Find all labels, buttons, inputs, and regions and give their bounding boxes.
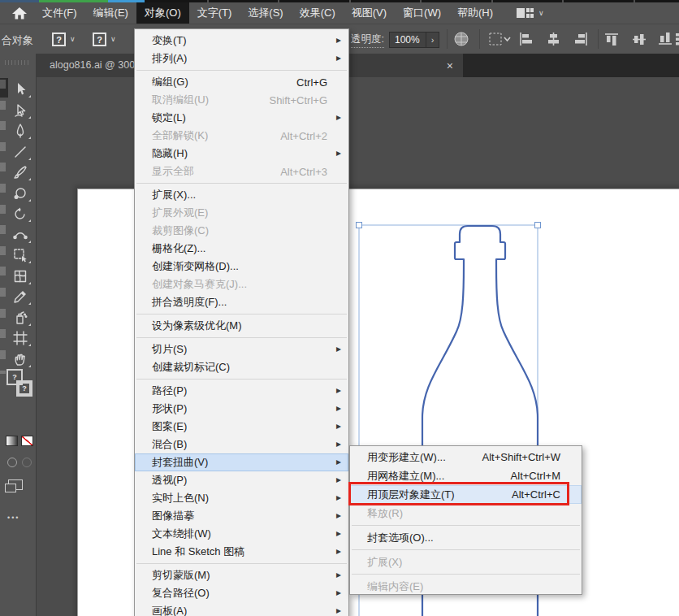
menu-item-unlock-all: 全部解锁(K)Alt+Ctrl+2: [135, 127, 348, 145]
menubar-item-file[interactable]: 文件(F): [34, 2, 85, 24]
menu-item-envelope-distort[interactable]: 封套扭曲(V)▶: [135, 453, 348, 471]
submenu-item-make-with-mesh[interactable]: 用网格建立(M)...Alt+Ctrl+M: [350, 466, 582, 485]
menu-item-lock[interactable]: 锁定(L)▶: [135, 109, 348, 127]
submenu-arrow-icon: ▶: [336, 114, 341, 121]
submenu-item-make-with-top-object[interactable]: 用顶层对象建立(T)Alt+Ctrl+C: [350, 485, 582, 504]
stroke-swatch-unknown[interactable]: ?: [93, 33, 106, 46]
align-bottom-icon[interactable]: [658, 32, 673, 46]
chevron-down-icon[interactable]: ∨: [70, 36, 76, 43]
opacity-value[interactable]: 100%: [390, 34, 426, 46]
submenu-arrow-icon: ▶: [336, 512, 341, 519]
clipped-tool-column: [0, 80, 6, 374]
menu-item-transform[interactable]: 变换(T)▶: [135, 32, 348, 50]
menu-item-shape[interactable]: 形状(P)▶: [135, 400, 348, 418]
artboard-tool[interactable]: [6, 328, 34, 348]
menubar-item-select[interactable]: 选择(S): [240, 2, 291, 24]
menu-item-artboards[interactable]: 画板(A)▶: [135, 602, 348, 616]
submenu-item-edit-contents: 编辑内容(E): [350, 577, 582, 596]
menubar-item-window[interactable]: 窗口(W): [395, 2, 449, 24]
pen-tool[interactable]: [6, 121, 34, 141]
none-swatch[interactable]: [21, 436, 33, 446]
chevron-down-icon[interactable]: ∨: [110, 36, 116, 43]
menu-item-clipping-mask[interactable]: 剪切蒙版(M)▶: [135, 566, 348, 584]
menu-separator: [352, 549, 580, 550]
selection-tool-icon: [12, 81, 28, 98]
menu-separator: [136, 337, 347, 338]
menu-item-pattern[interactable]: 图案(E)▶: [135, 418, 348, 436]
gradient-swatch[interactable]: [6, 436, 18, 446]
direct-selection-tool[interactable]: [6, 101, 34, 120]
align-center-vertical-icon[interactable]: [632, 32, 647, 46]
submenu-item-make-with-warp[interactable]: 用变形建立(W)...Alt+Shift+Ctrl+W: [350, 448, 582, 466]
submenu-arrow-icon: ▶: [336, 458, 341, 466]
menu-item-flatten-transparency[interactable]: 拼合透明度(F)...: [135, 293, 348, 311]
menubar-item-object[interactable]: 对象(O): [136, 2, 189, 24]
symbol-sprayer-tool-icon: [12, 310, 28, 326]
edit-toolbar-ellipsis[interactable]: •••: [7, 514, 19, 522]
align-top-icon[interactable]: [604, 32, 620, 46]
menubar-item-effect[interactable]: 效果(C): [292, 2, 344, 24]
stroke-color-control[interactable]: ? ∨: [93, 33, 116, 46]
menu-item-arrange[interactable]: 排列(A)▶: [135, 50, 348, 67]
menubar-item-view[interactable]: 视图(V): [344, 2, 395, 24]
selection-tool[interactable]: [6, 80, 34, 99]
menu-item-group[interactable]: 编组(G)Ctrl+G: [135, 73, 348, 91]
submenu-arrow-icon: ▶: [336, 345, 341, 353]
menu-item-live-paint[interactable]: 实时上色(N)▶: [135, 489, 348, 507]
menu-item-slice[interactable]: 切片(S)▶: [135, 341, 348, 358]
color-button[interactable]: [7, 458, 17, 467]
width-tool[interactable]: [6, 225, 34, 245]
menu-item-text-wrap[interactable]: 文本绕排(W)▶: [135, 525, 348, 543]
panel-grip[interactable]: [5, 60, 31, 65]
menu-item-path[interactable]: 路径(P)▶: [135, 382, 348, 400]
menu-item-rasterize[interactable]: 栅格化(Z)...: [135, 240, 348, 258]
symbol-sprayer-tool[interactable]: [6, 308, 34, 328]
illustrator-window: 文件(F) 编辑(E) 对象(O) 文字(T) 选择(S) 效果(C) 视图(V…: [0, 0, 679, 616]
menu-item-hide[interactable]: 隐藏(H)▶: [135, 145, 348, 163]
align-right-icon[interactable]: [573, 32, 589, 46]
menu-item-trim-marks[interactable]: 创建裁切标记(C): [135, 358, 348, 376]
menu-item-perspective[interactable]: 透视(P)▶: [135, 471, 348, 489]
menu-separator: [136, 183, 347, 184]
submenu-arrow-icon: ▶: [336, 530, 341, 537]
gradient-button[interactable]: [22, 458, 32, 467]
fill-swatch-unknown[interactable]: ?: [52, 33, 66, 46]
workspace-switcher[interactable]: ∨: [516, 7, 544, 20]
menu-item-gradient-mesh[interactable]: 创建渐变网格(D)...: [135, 258, 348, 275]
menubar-item-help[interactable]: 帮助(H): [449, 2, 501, 24]
hand-tool[interactable]: [6, 349, 34, 369]
menu-item-expand[interactable]: 扩展(X)...: [135, 186, 348, 204]
mesh-tool[interactable]: [6, 267, 34, 286]
menu-item-line-sketch-art[interactable]: Line 和 Sketch 图稿▶: [135, 543, 348, 561]
line-segment-tool[interactable]: [6, 142, 34, 162]
menubar-item-edit[interactable]: 编辑(E): [85, 2, 136, 24]
home-button[interactable]: [11, 6, 28, 20]
opacity-label[interactable]: 透明度:: [351, 33, 384, 48]
selection-handle-top-left[interactable]: [357, 223, 362, 228]
free-transform-tool[interactable]: [6, 245, 34, 265]
stroke-color-proxy[interactable]: ?: [16, 380, 32, 397]
chevron-right-icon[interactable]: ›: [426, 33, 439, 47]
screen-mode-button[interactable]: [8, 479, 23, 490]
align-to-selection-icon[interactable]: [487, 31, 512, 47]
fill-color-control[interactable]: ? ∨: [52, 33, 76, 46]
submenu-item-envelope-options[interactable]: 封套选项(O)...: [350, 528, 582, 547]
distribute-icon[interactable]: [674, 32, 679, 46]
shaper-tool[interactable]: [6, 184, 34, 203]
eyedropper-tool[interactable]: [6, 287, 34, 306]
menu-item-pixel-perfect[interactable]: 设为像素级优化(M): [135, 317, 348, 335]
submenu-arrow-icon: ▶: [336, 423, 341, 430]
close-icon[interactable]: ×: [447, 59, 453, 72]
paintbrush-tool[interactable]: [6, 163, 34, 182]
menu-item-image-trace[interactable]: 图像描摹▶: [135, 507, 348, 525]
menu-item-compound-path[interactable]: 复合路径(O)▶: [135, 584, 348, 602]
align-left-icon[interactable]: [518, 32, 534, 46]
selection-handle-top-right[interactable]: [535, 223, 541, 228]
menubar-item-type[interactable]: 文字(T): [189, 2, 240, 24]
menu-item-blend[interactable]: 混合(B)▶: [135, 436, 348, 453]
opacity-input[interactable]: 100% ›: [389, 32, 439, 48]
rotate-tool[interactable]: [6, 204, 34, 223]
color-wheel-icon[interactable]: [453, 31, 469, 47]
align-center-horizontal-icon[interactable]: [546, 32, 561, 46]
divider: [598, 29, 599, 49]
